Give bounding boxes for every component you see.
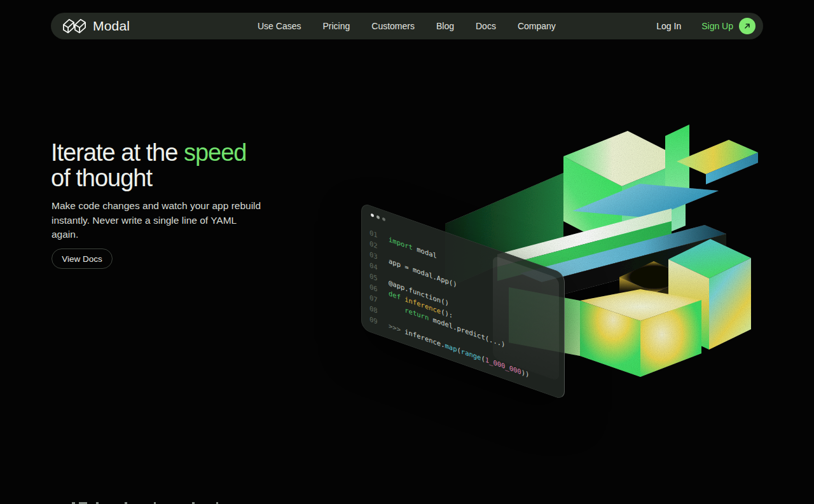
window-traffic-lights bbox=[371, 213, 385, 221]
window-dot-3 bbox=[382, 217, 385, 222]
window-dot-2 bbox=[376, 215, 380, 219]
window-dot-1 bbox=[371, 213, 374, 217]
